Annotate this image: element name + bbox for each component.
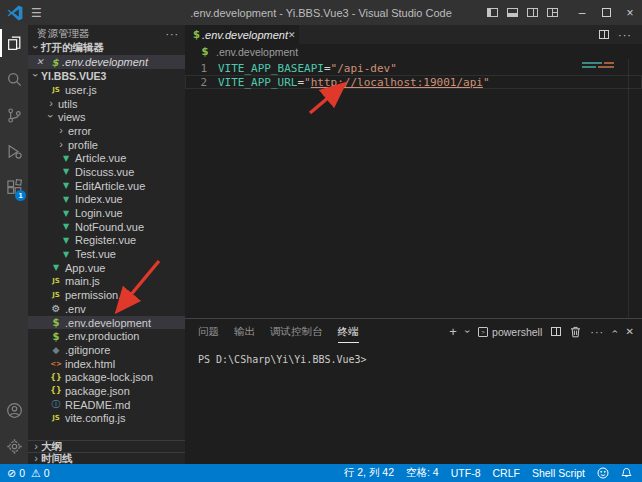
encoding-item[interactable]: UTF-8 bbox=[451, 467, 481, 479]
tree-item-permission-js[interactable]: JSpermission.js bbox=[28, 288, 185, 302]
tree-item-index-vue[interactable]: ▼Index.vue bbox=[28, 193, 185, 207]
cursor-position-item[interactable]: 行 2, 列 42 bbox=[344, 466, 394, 480]
terminal-shell-item[interactable]: > powershell bbox=[478, 326, 542, 338]
run-debug-icon[interactable] bbox=[0, 133, 28, 169]
terminal-dropdown-icon[interactable]: › bbox=[462, 330, 473, 333]
tree-item-vite-config-js[interactable]: JSvite.config.js bbox=[28, 412, 185, 426]
open-editors-section[interactable]: › 打开的编辑器 bbox=[28, 41, 185, 55]
feedback-smiley-icon[interactable] bbox=[597, 467, 609, 479]
toggle-panel-button[interactable] bbox=[502, 0, 522, 25]
panel-tab-终端[interactable]: 终端 bbox=[338, 321, 359, 343]
customize-layout-button[interactable] bbox=[542, 0, 562, 25]
chevron-right-icon: › bbox=[56, 124, 66, 136]
tree-item-error[interactable]: ›error bbox=[28, 124, 185, 138]
tree-item-discuss-vue[interactable]: ▼Discuss.vue bbox=[28, 165, 185, 179]
tree-item-main-js[interactable]: JSmain.js bbox=[28, 275, 185, 289]
terminal-output[interactable]: PS D:\CSharp\Yi\Yi.BBS.Vue3> bbox=[185, 344, 642, 464]
breadcrumb[interactable]: $ .env.development bbox=[185, 44, 642, 59]
chevron-right-icon: › bbox=[31, 452, 41, 464]
tree-item-index-html[interactable]: <>index.html bbox=[28, 357, 185, 371]
errors-warnings-item[interactable]: ⊘ 0 ⚠ 0 bbox=[7, 467, 50, 480]
panel-more-actions-icon[interactable]: ··· bbox=[590, 326, 604, 338]
env-file-icon: $ bbox=[48, 57, 62, 68]
window-title: .env.development - Yi.BBS.Vue3 - Visual … bbox=[190, 7, 452, 19]
tab-env-development[interactable]: $ .env.development ✕ bbox=[185, 25, 299, 44]
tree-item--env-development[interactable]: $.env.development bbox=[28, 316, 185, 330]
kill-terminal-trash-icon[interactable] bbox=[570, 326, 581, 338]
eol-item[interactable]: CRLF bbox=[492, 467, 519, 479]
tree-item-article-vue[interactable]: ▼Article.vue bbox=[28, 151, 185, 165]
env-file-icon: $ bbox=[193, 29, 200, 40]
extensions-icon[interactable]: 1 bbox=[0, 169, 28, 205]
info-file-icon: ⓘ bbox=[49, 398, 63, 411]
timeline-section[interactable]: › 时间线 bbox=[28, 452, 185, 464]
tree-item-label: profile bbox=[66, 139, 98, 151]
tree-item-notfound-vue[interactable]: ▼NotFound.vue bbox=[28, 220, 185, 234]
split-editor-icon[interactable] bbox=[599, 30, 609, 39]
maximize-panel-icon[interactable]: › bbox=[609, 330, 620, 333]
tree-item-package-json[interactable]: {}package.json bbox=[28, 384, 185, 398]
panel-tab-输出[interactable]: 输出 bbox=[234, 321, 255, 343]
close-button[interactable]: × bbox=[618, 0, 642, 25]
chevron-right-icon: › bbox=[31, 440, 41, 452]
toggle-secondary-sidebar-button[interactable] bbox=[522, 0, 542, 25]
tree-item-login-vue[interactable]: ▼Login.vue bbox=[28, 206, 185, 220]
search-icon[interactable] bbox=[0, 61, 28, 97]
close-panel-icon[interactable]: ✕ bbox=[626, 326, 634, 337]
close-icon[interactable]: ✕ bbox=[36, 57, 48, 67]
tree-item-user-js[interactable]: JSuser.js bbox=[28, 83, 185, 97]
maximize-button[interactable] bbox=[594, 0, 618, 25]
notifications-bell-icon[interactable] bbox=[621, 467, 632, 479]
tree-item-readme-md[interactable]: ⓘREADME.md bbox=[28, 398, 185, 412]
tree-item-label: index.html bbox=[63, 358, 115, 370]
panel-tab-调试控制台[interactable]: 调试控制台 bbox=[270, 321, 323, 343]
terminal-icon: > bbox=[478, 327, 488, 337]
project-root-section[interactable]: › YI.BBS.VUE3 bbox=[28, 69, 185, 83]
tree-item-label: Login.vue bbox=[73, 207, 123, 219]
json-file-icon: {} bbox=[49, 373, 63, 382]
tree-item-register-vue[interactable]: ▼Register.vue bbox=[28, 234, 185, 248]
explorer-more-actions-icon[interactable]: ··· bbox=[166, 28, 180, 40]
tree-item--env-production[interactable]: $.env.production bbox=[28, 329, 185, 343]
tree-item-label: Index.vue bbox=[73, 193, 123, 205]
settings-gear-icon[interactable] bbox=[0, 428, 28, 464]
minimize-button[interactable]: – bbox=[570, 0, 594, 25]
tree-item-utils[interactable]: ›utils bbox=[28, 97, 185, 111]
editor-more-actions-icon[interactable]: ··· bbox=[618, 29, 632, 41]
explorer-icon[interactable] bbox=[0, 25, 28, 61]
account-icon[interactable] bbox=[0, 392, 28, 428]
outline-section[interactable]: › 大纲 bbox=[28, 440, 185, 452]
url-link[interactable]: http://localhost:19001/api bbox=[311, 76, 483, 89]
chevron-right-icon: › bbox=[46, 97, 56, 109]
tree-item-views[interactable]: ›views bbox=[28, 110, 185, 124]
tree-item-label: EditArticle.vue bbox=[73, 180, 145, 192]
env-file-icon: $ bbox=[198, 46, 212, 57]
split-terminal-icon[interactable] bbox=[551, 327, 561, 336]
tree-item-label: views bbox=[56, 111, 86, 123]
tree-item-label: NotFound.vue bbox=[73, 221, 144, 233]
tree-item--gitignore[interactable]: ◆.gitignore bbox=[28, 343, 185, 357]
source-control-icon[interactable] bbox=[0, 97, 28, 133]
tree-item-label: .env.production bbox=[63, 330, 139, 342]
tree-item-label: Register.vue bbox=[73, 234, 136, 246]
tree-item-profile[interactable]: ›profile bbox=[28, 138, 185, 152]
tree-item--env[interactable]: ⚙.env bbox=[28, 302, 185, 316]
tree-item-package-lock-json[interactable]: {}package-lock.json bbox=[28, 370, 185, 384]
panel-tab-问题[interactable]: 问题 bbox=[198, 321, 219, 343]
language-mode-item[interactable]: Shell Script bbox=[532, 467, 585, 479]
menu-hamburger-icon[interactable]: ☰ bbox=[31, 6, 42, 20]
minimap[interactable] bbox=[582, 62, 626, 70]
toggle-sidebar-button[interactable] bbox=[482, 0, 502, 25]
tree-item-app-vue[interactable]: ▼App.vue bbox=[28, 261, 185, 275]
panel-tabs: 问题输出调试控制台终端 bbox=[198, 321, 359, 343]
tree-item-editarticle-vue[interactable]: ▼EditArticle.vue bbox=[28, 179, 185, 193]
tab-close-icon[interactable]: ✕ bbox=[288, 30, 296, 40]
code-editor[interactable]: 1 VITE_APP_BASEAPI="/api-dev" 2 VITE_APP… bbox=[185, 59, 642, 318]
tree-item-label: .env.development bbox=[63, 317, 151, 329]
tree-item-test-vue[interactable]: ▼Test.vue bbox=[28, 247, 185, 261]
indentation-item[interactable]: 空格: 4 bbox=[406, 466, 439, 480]
js-file-icon: JS bbox=[49, 414, 63, 422]
tree-item-label: README.md bbox=[63, 399, 130, 411]
new-terminal-icon[interactable]: + bbox=[449, 324, 457, 339]
open-editor-item[interactable]: ✕ $ .env.development bbox=[28, 55, 185, 69]
